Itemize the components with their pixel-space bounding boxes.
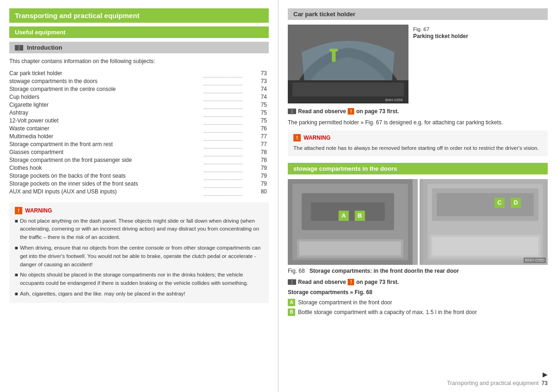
carpark-caption-box: Fig. 67 Parking ticket holder	[413, 25, 548, 103]
toc-dots	[204, 101, 243, 109]
toc-page: 80	[243, 187, 269, 195]
svg-rect-33	[291, 279, 292, 285]
right-door-panel: C D	[423, 179, 548, 265]
panel-divider	[418, 179, 420, 265]
toc-dots	[204, 187, 243, 195]
doors-image: A B C D	[288, 179, 548, 265]
doors-read-observe: Read and observe ! on page 73 first.	[288, 279, 548, 285]
toc-row: Storage compartment on the front passeng…	[9, 156, 269, 164]
doors-section-title: stowage compartments in the doors	[288, 163, 548, 174]
footer-chapter: Transporting and practical equipment	[447, 380, 539, 386]
toc-label: Clothes hook	[9, 164, 204, 172]
left-door-svg: A B	[288, 179, 413, 265]
toc-row: Storage pockets on the backs of the fron…	[9, 172, 269, 180]
toc-row: Car park ticket holder 73	[9, 69, 269, 77]
toc-dots	[204, 77, 243, 85]
toc-label: Storage pockets on the backs of the fron…	[9, 172, 204, 180]
toc-row: Cigarette lighter 75	[9, 101, 269, 109]
toc-row: Storage pockets on the inner sides of th…	[9, 180, 269, 187]
toc-page: 75	[243, 101, 269, 109]
toc-row: Waste container 76	[9, 124, 269, 132]
left-door-panel: A B	[288, 179, 413, 265]
warning-icon-inline-1: !	[348, 108, 354, 115]
toc-page: 75	[243, 109, 269, 116]
intro-header: Introduction	[9, 42, 269, 53]
toc-page: 77	[243, 140, 269, 148]
toc-page: 79	[243, 172, 269, 180]
storage-header: Storage compartments » Fig. 68	[288, 289, 548, 296]
carpark-warning-text: The attached note has to always be remov…	[293, 144, 542, 153]
book-icon	[15, 45, 23, 51]
bullet-symbol: ■	[15, 244, 18, 269]
toc-label: Car park ticket holder	[9, 69, 204, 77]
toc-dots	[204, 140, 243, 148]
storage-label-badge: B	[288, 308, 295, 316]
svg-text:A: A	[342, 212, 346, 219]
svg-rect-16	[299, 242, 401, 256]
warning-bullet: ■Ash, cigarettes, cigars and the like. m…	[15, 290, 263, 298]
toc-page: 79	[243, 180, 269, 187]
doors-fig-caption: Storage compartments: in the front door/…	[310, 268, 459, 274]
toc-page: 76	[243, 124, 269, 132]
footer-bar: Transporting and practical equipment 73	[447, 380, 548, 386]
bullet-symbol: ■	[15, 217, 18, 242]
toc-dots	[204, 93, 243, 101]
svg-text:D: D	[514, 199, 518, 206]
toc-dots	[204, 124, 243, 132]
carpark-warning-title: WARNING	[304, 135, 330, 141]
toc-row: Storage compartment in the front arm res…	[9, 140, 269, 148]
doors-fig-number: Fig. 68	[288, 268, 305, 274]
svg-rect-5	[292, 83, 404, 96]
right-door-svg: C D	[423, 179, 548, 265]
toc-row: Multimedia holder 77	[9, 132, 269, 140]
toc-label: Cup holders	[9, 93, 204, 101]
intro-text: This chapter contains information on the…	[9, 58, 269, 64]
toc-label: AUX and MDI inputs (AUX and USB inputs)	[9, 187, 204, 195]
intro-header-label: Introduction	[27, 44, 62, 51]
toc-label: stowage compartments in the doors	[9, 77, 204, 85]
toc-dots	[204, 172, 243, 180]
warning-title: WARNING	[25, 207, 52, 214]
svg-rect-10	[291, 108, 292, 115]
toc-dots	[204, 132, 243, 140]
svg-rect-8	[288, 109, 291, 114]
toc-page: 74	[243, 85, 269, 93]
svg-text:C: C	[498, 199, 502, 206]
toc-label: Storage compartment on the front passeng…	[9, 156, 204, 164]
toc-page: 73	[243, 77, 269, 85]
storage-list-item: BBottle storage compartment with a capac…	[288, 308, 548, 316]
storage-item-text: Storage compartment in the front door	[298, 298, 392, 307]
toc-label: Multimedia holder	[9, 132, 204, 140]
svg-rect-7	[330, 49, 338, 51]
warning-bullets: ■Do not place anything on the dash panel…	[15, 217, 263, 298]
svg-rect-2	[19, 45, 19, 51]
toc-label: Ashtray	[9, 109, 204, 116]
toc-page: 77	[243, 132, 269, 140]
toc-label: Storage compartment in the centre consol…	[9, 85, 204, 93]
bullet-text: No objects should be placed in the stora…	[20, 271, 263, 288]
toc-page: 75	[243, 116, 269, 124]
toc-label: Storage compartment in the front arm res…	[9, 140, 204, 148]
footer-page: 73	[542, 380, 548, 386]
warning-bullet: ■Do not place anything on the dash panel…	[15, 217, 263, 242]
toc-dots	[204, 164, 243, 172]
bullet-symbol: ■	[15, 290, 18, 298]
bullet-text: When driving, ensure that no objects fro…	[20, 244, 263, 269]
svg-rect-31	[288, 279, 291, 285]
svg-text:B: B	[358, 212, 362, 219]
svg-rect-6	[332, 50, 336, 62]
toc-label: Waste container	[9, 124, 204, 132]
right-column: Car park ticket holder BNH-0359 Fig. 6	[278, 0, 557, 392]
svg-rect-9	[292, 109, 296, 114]
table-of-contents: Car park ticket holder 73 stowage compar…	[9, 69, 269, 196]
book-icon-right1	[288, 108, 296, 115]
toc-row: stowage compartments in the doors 73	[9, 77, 269, 85]
toc-label: 12-Volt power outlet	[9, 116, 204, 124]
carpark-body-text: The parking permitted holder » Fig. 67 i…	[288, 118, 548, 127]
toc-dots	[204, 109, 243, 116]
warning-icon-inline-2: !	[348, 279, 354, 285]
section-title: Useful equipment	[9, 26, 269, 38]
storage-list-item: AStorage compartment in the front door	[288, 298, 548, 307]
svg-rect-1	[19, 45, 23, 51]
left-column: Transporting and practical equipment Use…	[0, 0, 278, 392]
